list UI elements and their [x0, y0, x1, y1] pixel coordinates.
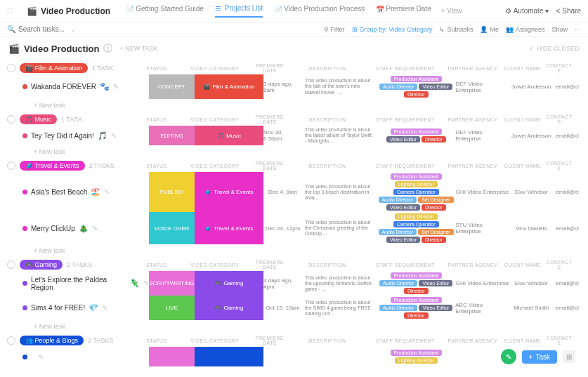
task-name[interactable]: Let's Explore the Paldea Region 🦎 ✎ — [22, 271, 149, 296]
task-name[interactable]: Sims 4 for FREE! 💎 ✎ — [22, 296, 149, 320]
task-row[interactable]: Merry ClickUp 🎄 ✎ VOICE OVER 🧳Travel & E… — [0, 212, 588, 244]
task-row[interactable]: ✎ Production AssistantLighting Director — [0, 347, 588, 366]
task-row[interactable]: Sims 4 for FREE! 💎 ✎ LIVE 🎮Gaming Oct 15… — [0, 296, 588, 320]
category-cell[interactable]: 🎵Music — [195, 126, 263, 145]
group-pill[interactable]: 🎮 Gaming — [20, 260, 63, 270]
group-toggle[interactable] — [7, 64, 15, 72]
new-task-header-button[interactable]: + NEW TASK — [119, 45, 157, 52]
search-input[interactable] — [18, 25, 67, 33]
col-contact: CONTACT E — [545, 161, 573, 171]
group-pill[interactable]: 🧳 Travel & Events — [20, 161, 85, 171]
group-toggle[interactable] — [7, 161, 15, 170]
task-name[interactable]: Merry ClickUp 🎄 ✎ — [22, 212, 149, 244]
category-cell[interactable]: 🎬Film & Animation — [195, 74, 263, 99]
fab-apps[interactable]: ⊞ — [563, 350, 575, 363]
group-pill[interactable]: 🎬 Film & Animation — [20, 63, 88, 73]
category-cell[interactable]: 🧳Travel & Events — [195, 212, 263, 244]
category-cell[interactable]: 🧳Travel & Events — [195, 172, 263, 212]
date-cell[interactable]: Dec 24, 12pm — [263, 212, 302, 244]
staff-cell[interactable]: Production AssistantVideo EditorDirector — [377, 126, 455, 145]
tab-video-production-process[interactable]: 📄Video Production Process — [274, 4, 365, 18]
hide-closed-button[interactable]: ✓ HIDE CLOSED — [529, 45, 580, 52]
group-toggle[interactable] — [7, 115, 15, 124]
status-cell[interactable]: SCRIPTWRITING — [149, 271, 195, 296]
chevron-down-icon[interactable]: ⌄ — [70, 25, 76, 33]
date-cell[interactable]: 3 days ago, 4pm — [263, 271, 302, 296]
share-button[interactable]: < Share — [556, 7, 581, 15]
status-cell[interactable]: PUBLISH — [149, 172, 195, 212]
nav-back-icon[interactable]: ◌ — [7, 6, 17, 16]
task-title: Let's Explore the Paldea Region — [31, 276, 126, 291]
task-row[interactable]: Tey Tey Did it Again! 🎵 ✎ EDITING 🎵Music… — [0, 126, 588, 145]
subtasks-button[interactable]: ↳ Subtasks — [439, 26, 473, 33]
list-icon: 🎬 — [8, 44, 20, 54]
status-cell[interactable]: VOICE OVER — [149, 212, 195, 244]
date-cell[interactable]: Dec 4, 9am — [263, 172, 302, 212]
group-by-button[interactable]: ⊞ Group by: Video Category — [352, 26, 433, 33]
me-button[interactable]: 👤 Me — [480, 26, 499, 33]
new-task-row[interactable]: + New task — [0, 99, 588, 112]
group-count: 2 TASKS — [89, 162, 115, 169]
group-pill[interactable]: 🎵 Music — [20, 114, 57, 124]
staff-cell[interactable]: Production AssistantAudio DirectorVideo … — [377, 74, 455, 99]
group-toggle[interactable] — [7, 260, 15, 269]
task-emoji: 🎄 — [79, 224, 89, 233]
category-cell[interactable] — [195, 347, 263, 366]
date-cell[interactable]: Nov 30, 6:30pm — [263, 126, 302, 145]
filter-button[interactable]: ⚲ Filter — [324, 26, 345, 33]
status-cell[interactable] — [149, 347, 195, 366]
fab-record[interactable]: ✎ — [501, 349, 516, 364]
staff-cell[interactable]: Production AssistantAudio DirectorVideo … — [377, 296, 455, 320]
category-cell[interactable]: 🎮Gaming — [195, 296, 263, 320]
search-wrap[interactable]: 🔍 ⌄ — [7, 25, 76, 33]
status-cell[interactable]: CONCEPT — [149, 74, 195, 99]
staff-cell[interactable]: Production AssistantLighting DirectorCam… — [377, 172, 455, 212]
task-name[interactable]: Tey Tey Did it Again! 🎵 ✎ — [22, 126, 149, 145]
task-name[interactable]: Asia's Best Beach 🏖️ ✎ — [22, 172, 149, 212]
desc-cell: This video production is about the top 3… — [302, 172, 377, 212]
status-cell[interactable]: LIVE — [149, 296, 195, 320]
staff-tag: Video Editor — [419, 305, 452, 311]
new-task-row[interactable]: + New task — [0, 145, 588, 158]
staff-tag: Set Designer — [418, 229, 453, 235]
staff-tag: Video Editor — [419, 84, 452, 90]
tab-premiere-date[interactable]: 📅Premiere Date — [376, 4, 431, 18]
client-cell: Jowel Anderson — [509, 126, 554, 145]
automate-button[interactable]: ⚙ Automate ▾ — [505, 7, 549, 15]
staff-cell[interactable]: Production AssistantLighting Director — [377, 347, 455, 366]
col-contact: CONTACT E — [545, 114, 573, 124]
task-row[interactable]: Wakanda FOREVER 🐾 ✎ CONCEPT 🎬Film & Anim… — [0, 74, 588, 99]
task-row[interactable]: Asia's Best Beach 🏖️ ✎ PUBLISH 🧳Travel &… — [0, 172, 588, 212]
staff-tag: Production Assistant — [391, 350, 442, 356]
info-icon[interactable]: ⓘ — [103, 42, 112, 55]
date-cell[interactable] — [263, 347, 302, 366]
assignees-button[interactable]: 👥 Assignees — [506, 26, 545, 33]
new-task-row[interactable]: + New task — [0, 320, 588, 333]
task-name[interactable]: ✎ — [22, 347, 149, 366]
col-date: PREMIERE DATE — [250, 161, 289, 171]
show-button[interactable]: Show — [551, 26, 568, 33]
add-view-button[interactable]: + View — [441, 7, 462, 15]
status-dot — [22, 84, 27, 89]
more-icon[interactable]: ⋯ — [575, 26, 581, 33]
tab-getting-started[interactable]: 📄Getting Started Guide — [126, 4, 204, 18]
group-toggle[interactable] — [7, 336, 15, 345]
task-row[interactable]: Let's Explore the Paldea Region 🦎 ✎ SCRI… — [0, 271, 588, 296]
task-name[interactable]: Wakanda FOREVER 🐾 ✎ — [22, 74, 149, 99]
staff-cell[interactable]: Production AssistantAudio DirectorVideo … — [377, 271, 455, 296]
category-cell[interactable]: 🎮Gaming — [195, 271, 263, 296]
date-cell[interactable]: 3 days ago, 8am — [263, 74, 302, 99]
col-agency: PARTNER AGENCY — [445, 164, 500, 168]
date-cell[interactable]: Oct 15, 10am — [263, 296, 302, 320]
attach-icon: ✎ — [102, 304, 107, 312]
task-title: Tey Tey Did it Again! — [31, 132, 94, 140]
attach-icon: ✎ — [143, 279, 149, 287]
tab-projects-list[interactable]: ☰Projects List — [215, 4, 263, 18]
fab-task-button[interactable]: + Task — [522, 350, 557, 364]
status-cell[interactable]: EDITING — [149, 126, 195, 145]
new-task-row[interactable]: + New task — [0, 244, 588, 257]
col-status: STATUS — [133, 66, 180, 71]
col-status: STATUS — [133, 164, 180, 168]
group-pill[interactable]: 👥 People & Blogs — [20, 336, 84, 345]
staff-cell[interactable]: Lighting DirectorCamera OperatorAudio Di… — [377, 212, 455, 244]
